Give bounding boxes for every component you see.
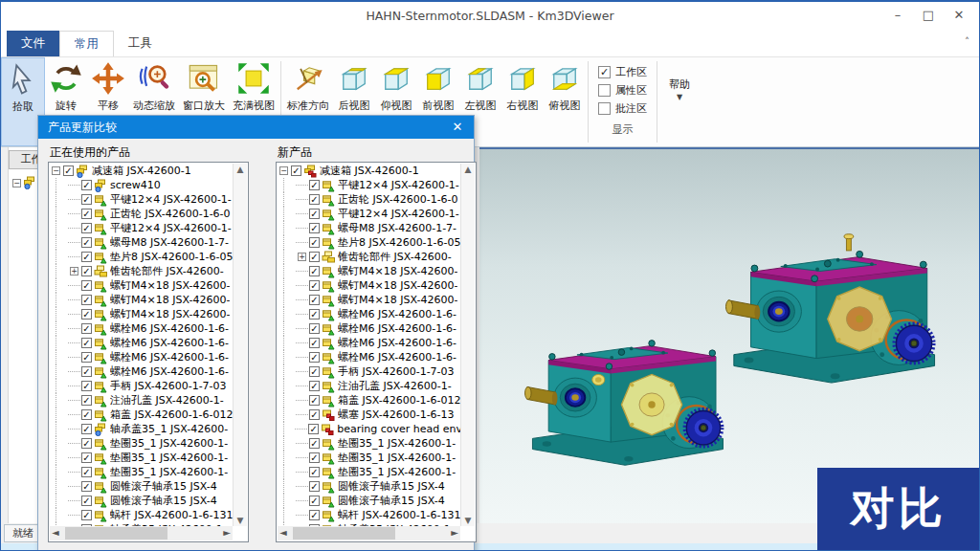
tab-file[interactable]: 文件: [7, 31, 59, 56]
item-checkbox[interactable]: ✓: [309, 409, 320, 420]
help-button[interactable]: ? 帮助 ▼: [659, 57, 700, 146]
item-checkbox[interactable]: ✓: [81, 266, 92, 276]
scrollbar-thumb[interactable]: [65, 527, 167, 540]
item-checkbox[interactable]: ✓: [81, 223, 92, 233]
tree-item[interactable]: ✓箱盖 JSX-42600-1-6-012: [278, 393, 460, 408]
tree-item[interactable]: ✓螺栓M6 JSX-42600-1-6-: [278, 321, 460, 336]
scrollbar-thumb[interactable]: [293, 527, 395, 540]
item-checkbox[interactable]: ✓: [309, 366, 320, 377]
tree-item[interactable]: ✓螺塞 JSX-42600-1-6-13: [278, 408, 460, 422]
tree-item[interactable]: −✓减速箱 JSX-42600-1: [278, 164, 460, 178]
item-checkbox[interactable]: ✓: [309, 309, 320, 320]
maximize-button[interactable]: □: [916, 6, 941, 25]
item-checkbox[interactable]: ✓: [309, 194, 320, 205]
dialog-title-bar[interactable]: 产品更新比较 ✕: [38, 116, 474, 139]
scroll-up-icon[interactable]: ▲: [234, 165, 247, 174]
tree-item[interactable]: ✓垫圈35_1 JSX-42600-1-: [50, 436, 233, 451]
tree-item[interactable]: ✓圆锥滚子轴承15 JSX-4: [278, 479, 460, 494]
scroll-down-icon[interactable]: ▼: [234, 516, 247, 525]
item-checkbox[interactable]: ✓: [309, 438, 320, 449]
tree-item[interactable]: ✓正齿轮 JSX-42600-1-6-0: [50, 207, 233, 221]
tree-item[interactable]: +✓锥齿轮部件 JSX-42600-: [278, 250, 460, 264]
tree-item[interactable]: ✓螺钉M4×18 JSX-42600-: [50, 278, 233, 293]
expander-plus-icon[interactable]: +: [298, 253, 306, 261]
tree-item[interactable]: +✓锥齿轮部件 JSX-42600-: [50, 264, 233, 278]
item-checkbox[interactable]: ✓: [309, 323, 320, 334]
checked-checkbox-icon[interactable]: ✓: [598, 66, 611, 78]
item-checkbox[interactable]: ✓: [81, 395, 92, 406]
item-checkbox[interactable]: ✓: [309, 395, 320, 406]
tree-item[interactable]: ✓正齿轮 JSX-42600-1-6-0: [278, 192, 460, 207]
item-checkbox[interactable]: ✓: [309, 510, 320, 520]
tree-item[interactable]: ✓垫片8 JSX-42600-1-6-05: [278, 235, 460, 250]
scroll-left-icon[interactable]: ◄: [52, 527, 59, 538]
tree-item[interactable]: ✓螺栓M6 JSX-42600-1-6-: [50, 336, 233, 350]
tree-item[interactable]: ✓螺栓M6 JSX-42600-1-6-: [278, 350, 460, 364]
item-checkbox[interactable]: ✓: [81, 323, 92, 334]
tree-item[interactable]: ✓蜗杆 JSX-42600-1-6-131: [50, 508, 233, 522]
item-checkbox[interactable]: ✓: [81, 309, 92, 320]
item-checkbox[interactable]: ✓: [81, 481, 92, 492]
tree-item[interactable]: ✓bearing cover head enve: [278, 422, 460, 436]
item-checkbox[interactable]: ✓: [81, 180, 92, 190]
tree-item[interactable]: ✓圆锥滚子轴承15 JSX-4: [50, 494, 233, 508]
tree-item[interactable]: ✓注油孔盖 JSX-42600-1-: [278, 379, 460, 393]
item-checkbox[interactable]: ✓: [309, 237, 320, 248]
tree-item[interactable]: ✓螺栓M6 JSX-42600-1-6-: [50, 350, 233, 364]
unchecked-checkbox-icon[interactable]: [598, 102, 611, 115]
tree-item[interactable]: ✓平键12×4 JSX-42600-1-: [278, 207, 460, 221]
tree-item[interactable]: ✓螺栓M6 JSX-42600-1-6-: [50, 321, 233, 336]
tree-item[interactable]: ✓螺钉M4×18 JSX-42600-: [278, 264, 460, 278]
checkbox-批注区[interactable]: 批注区: [598, 99, 647, 118]
item-checkbox[interactable]: ✓: [81, 338, 92, 348]
tree-item[interactable]: ✓螺栓M6 JSX-42600-1-6-: [278, 307, 460, 321]
tree-item[interactable]: ✓screw410: [50, 178, 233, 192]
item-checkbox[interactable]: ✓: [309, 467, 320, 477]
tree-item[interactable]: ✓平键12×4 JSX-42600-1-: [50, 221, 233, 235]
tree-item[interactable]: ✓圆锥滚子轴承15 JSX-4: [50, 479, 233, 494]
scroll-left-icon[interactable]: ◄: [279, 527, 287, 538]
tree-item[interactable]: ✓螺栓M6 JSX-42600-1-6-: [278, 336, 460, 350]
expander-minus-icon[interactable]: −: [12, 179, 21, 187]
scroll-up-icon[interactable]: ▲: [461, 165, 475, 174]
item-checkbox[interactable]: ✓: [81, 409, 92, 420]
tree-item[interactable]: ✓蜗杆 JSX-42600-1-6-131: [278, 508, 460, 522]
item-checkbox[interactable]: ✓: [81, 467, 92, 477]
checkbox-属性区[interactable]: 属性区: [598, 81, 647, 99]
scroll-right-icon[interactable]: ►: [223, 527, 231, 538]
tree-item[interactable]: ✓平键12×4 JSX-42600-1-: [50, 192, 233, 207]
unchecked-checkbox-icon[interactable]: [598, 84, 611, 97]
item-checkbox[interactable]: ✓: [309, 280, 320, 291]
tree-item[interactable]: ✓箱盖 JSX-42600-1-6-012: [50, 408, 233, 422]
scroll-right-icon[interactable]: ►: [451, 527, 458, 538]
tree-item[interactable]: ✓手柄 JSX-42600-1-7-03: [50, 379, 233, 393]
expander-plus-icon[interactable]: +: [70, 267, 78, 276]
close-button[interactable]: ✕: [947, 6, 971, 25]
item-checkbox[interactable]: ✓: [81, 424, 92, 434]
item-checkbox[interactable]: ✓: [309, 381, 320, 391]
item-checkbox[interactable]: ✓: [309, 295, 320, 305]
item-checkbox[interactable]: ✓: [81, 438, 92, 449]
item-checkbox[interactable]: ✓: [309, 452, 320, 463]
tree-item[interactable]: ✓平键12×4 JSX-42600-1-: [278, 178, 460, 192]
item-checkbox[interactable]: ✓: [309, 481, 320, 492]
tree-item[interactable]: ✓垫圈35_1 JSX-42600-1-: [278, 465, 460, 479]
tree-item[interactable]: −✓减速箱 JSX-42600-1: [50, 164, 233, 178]
workspace-tree-root[interactable]: −: [11, 176, 39, 189]
tree-item[interactable]: ✓螺钉M4×18 JSX-42600-: [278, 293, 460, 307]
tree-item[interactable]: ✓手柄 JSX-42600-1-7-03: [278, 364, 460, 379]
dialog-close-icon[interactable]: ✕: [441, 116, 474, 139]
tree-item[interactable]: ✓垫圈35_1 JSX-42600-1-: [50, 465, 233, 479]
tree-item[interactable]: ✓螺钉M4×18 JSX-42600-: [50, 293, 233, 307]
expander-minus-icon[interactable]: −: [52, 166, 60, 175]
checkbox-工作区[interactable]: ✓工作区: [598, 63, 647, 81]
expander-minus-icon[interactable]: −: [279, 166, 288, 175]
tree-item[interactable]: ✓垫片8 JSX-42600-1-6-05: [50, 250, 233, 264]
tree-item[interactable]: ✓垫圈35_1 JSX-42600-1-: [278, 451, 460, 465]
item-checkbox[interactable]: ✓: [63, 165, 74, 176]
item-checkbox[interactable]: ✓: [81, 381, 92, 391]
item-checkbox[interactable]: ✓: [309, 266, 320, 276]
tab-common[interactable]: 常用: [59, 31, 114, 56]
item-checkbox[interactable]: ✓: [309, 496, 320, 506]
item-checkbox[interactable]: ✓: [81, 352, 92, 363]
